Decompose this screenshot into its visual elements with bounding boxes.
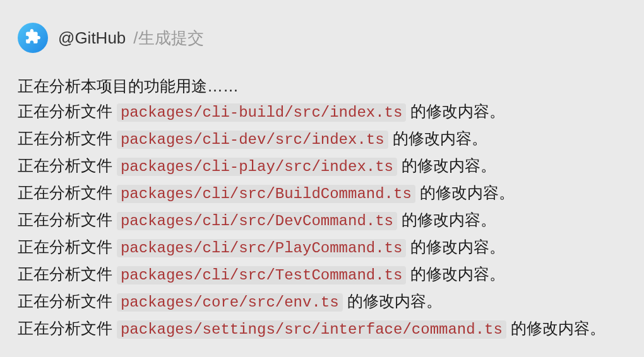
file-path: packages/settings/src/interface/command.… [117,320,506,339]
analysis-line: 正在分析文件 packages/cli-play/src/index.ts 的修… [18,153,626,180]
header-text: @GitHub /生成提交 [58,27,204,49]
file-path: packages/cli-build/src/index.ts [117,103,406,122]
file-path: packages/core/src/env.ts [117,293,343,312]
analysis-line: 正在分析文件 packages/cli/src/DevCommand.ts 的修… [18,207,626,234]
analysis-prefix: 正在分析文件 [18,265,117,283]
file-path: packages/cli/src/PlayCommand.ts [117,239,406,257]
puzzle-piece-icon [25,28,41,47]
analysis-line: 正在分析文件 packages/settings/src/interface/c… [18,315,626,342]
analysis-prefix: 正在分析文件 [18,211,117,228]
analysis-prefix: 正在分析文件 [18,319,117,337]
analysis-suffix: 的修改内容。 [388,129,487,147]
file-path: packages/cli/src/DevCommand.ts [117,212,397,230]
header: @GitHub /生成提交 [18,23,626,53]
analysis-suffix: 的修改内容。 [506,319,605,337]
analysis-suffix: 的修改内容。 [406,238,505,255]
analysis-line: 正在分析文件 packages/cli/src/BuildCommand.ts … [18,180,626,207]
github-handle[interactable]: @GitHub [58,28,126,48]
file-path: packages/cli-play/src/index.ts [117,158,397,176]
analysis-prefix: 正在分析文件 [18,102,117,120]
analysis-prefix: 正在分析文件 [18,292,117,310]
analysis-suffix: 的修改内容。 [415,184,515,201]
analysis-suffix: 的修改内容。 [397,156,496,174]
analysis-suffix: 的修改内容。 [397,211,496,228]
analysis-line: 正在分析文件 packages/cli/src/TestCommand.ts 的… [18,261,626,288]
analysis-prefix: 正在分析文件 [18,184,117,201]
analysis-suffix: 的修改内容。 [406,265,505,283]
file-path: packages/cli/src/TestCommand.ts [117,266,406,284]
analysis-prefix: 正在分析文件 [18,238,117,255]
analysis-prefix: 正在分析文件 [18,129,117,147]
analysis-suffix: 的修改内容。 [406,102,505,120]
analysis-line: 正在分析文件 packages/cli-dev/src/index.ts 的修改… [18,126,626,153]
slash-command: /生成提交 [133,27,203,49]
analysis-line: 正在分析文件 packages/cli-build/src/index.ts 的… [18,98,626,126]
analysis-suffix: 的修改内容。 [343,292,442,310]
analysis-line: 正在分析文件 packages/core/src/env.ts 的修改内容。 [18,288,626,315]
avatar [18,23,48,53]
file-path: packages/cli/src/BuildCommand.ts [117,185,415,203]
analysis-log: 正在分析本项目的功能用途…… 正在分析文件 packages/cli-build… [18,73,626,342]
file-path: packages/cli-dev/src/index.ts [117,131,388,149]
analysis-line: 正在分析文件 packages/cli/src/PlayCommand.ts 的… [18,234,626,261]
analysis-prefix: 正在分析文件 [18,156,117,174]
intro-line: 正在分析本项目的功能用途…… [18,73,626,98]
